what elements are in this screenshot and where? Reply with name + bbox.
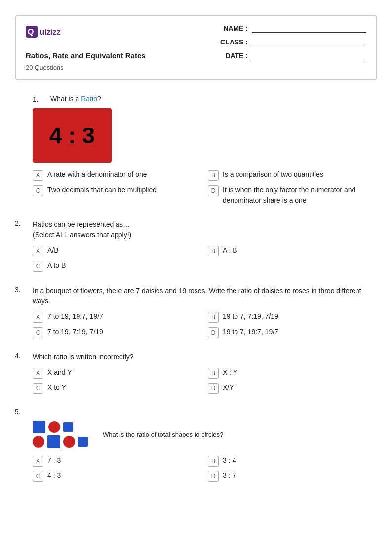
header-left: Q uizizz Ratios, Rate and Equivalent Rat… [26,24,146,71]
q5-answers: A 7 : 3 B 3 : 4 C 4 : 3 D 3 : 7 [33,455,377,482]
q1-letter-b: B [208,170,219,181]
q2-text-a: A/B [47,245,59,256]
q5-letter-b: B [208,456,219,467]
q5-letter-c: C [33,471,43,482]
shape-square-4 [78,437,88,447]
q3-text-a: 7 to 19, 19:7, 19/7 [47,311,103,322]
q3-answer-d: D 19 to 7, 19:7, 19/7 [208,327,377,338]
q4-text-c: X to Y [47,383,66,393]
q1-answer-b: B Is a comparison of two quantities [208,170,377,181]
header-box: Q uizizz Ratios, Rate and Equivalent Rat… [15,15,377,80]
q1-answer-c: C Two decimals that can be multiplied [33,185,202,206]
q2-letter-b: B [208,246,219,256]
q2-letter-c: C [33,261,43,272]
q3-letter-b: B [208,312,219,323]
q1-image-area: 1. What is a Ratio? 4 : 3 [33,94,377,163]
q1-text-suffix: ? [97,95,101,103]
q2-answer-a: A A/B [33,245,202,256]
shape-circle-3 [63,436,75,448]
q5-text-d: 3 : 7 [223,470,236,481]
q3-letter-a: A [33,312,43,323]
q1-letter-d: D [208,185,219,196]
q1-letter-c: C [33,185,43,196]
question-5: 5. What is the ratio of total shapes to … [15,408,377,482]
date-field-row: DATE : [218,51,366,60]
shape-square-1 [33,421,45,433]
q1-answer-d: D It is when the only factor the numerat… [208,185,377,206]
q4-text: Which ratio is written incorrectly? [33,352,134,362]
q1-text: What is a Ratio? [50,94,101,104]
q2-answer-c: C A to B [33,260,202,272]
q2-text-b: A : B [223,245,237,256]
q4-answer-b: B X : Y [208,367,377,379]
q1-text-d: It is when the only factor the numerator… [223,185,377,206]
svg-text:uizizz: uizizz [39,27,61,37]
question-4: 4. Which ratio is written incorrectly? A… [15,352,377,394]
q5-text-b: 3 : 4 [223,455,236,466]
q2-text-c: A to B [47,260,66,271]
q1-number: 1. [33,95,44,103]
q4-text-b: X : Y [223,367,237,378]
q1-text-b: Is a comparison of two quantities [223,170,323,180]
q4-number: 4. [15,352,27,360]
q5-answer-a: A 7 : 3 [33,455,202,467]
q2-answers: A A/B B A : B C A to B [33,245,377,272]
question-3: 3. In a bouquet of flowers, there are 7 … [15,286,377,338]
shape-square-3 [47,435,60,448]
q2-letter-a: A [33,246,43,256]
class-label: CLASS : [218,38,248,46]
header-right: NAME : CLASS : DATE : [218,24,366,60]
q3-text-d: 19 to 7, 19:7, 19/7 [223,327,278,337]
q4-header: 4. Which ratio is written incorrectly? [15,352,377,362]
q5-shapes-row2 [33,435,88,448]
q4-letter-c: C [33,383,43,394]
question-2: 2. Ratios can be represented as…(Select … [15,219,377,272]
logo: Q uizizz [26,24,146,43]
name-field-row: NAME : [218,24,366,33]
worksheet-subtitle: 20 Questions [26,64,146,71]
q5-answer-c: C 4 : 3 [33,470,202,482]
question-1: 1. What is a Ratio? 4 : 3 A A rate with … [15,94,377,206]
page: Q uizizz Ratios, Rate and Equivalent Rat… [0,0,392,555]
q3-letter-c: C [33,327,43,338]
q3-answers: A 7 to 19, 19:7, 19/7 B 19 to 7, 7:19, 7… [33,311,377,338]
q3-answer-c: C 7 to 19, 7:19, 7/19 [33,327,202,338]
q4-answers: A X and Y B X : Y C X to Y D X/Y [33,367,377,394]
date-label: DATE : [218,52,248,60]
q5-number: 5. [15,408,27,416]
ratio-image: 4 : 3 [33,108,112,163]
shape-circle-2 [33,436,44,448]
q5-header: 5. [15,408,377,416]
q4-letter-a: A [33,368,43,379]
q4-answer-c: C X to Y [33,383,202,394]
class-line [252,38,366,46]
q1-text-c: Two decimals that can be multiplied [47,185,157,195]
q4-answer-d: D X/Y [208,383,377,394]
q5-answer-b: B 3 : 4 [208,455,377,467]
name-label: NAME : [218,24,248,32]
q3-answer-a: A 7 to 19, 19:7, 19/7 [33,311,202,323]
name-line [252,24,366,33]
q3-number: 3. [15,286,27,294]
q3-answer-b: B 19 to 7, 7:19, 7/19 [208,311,377,323]
q5-shapes-row1 [33,421,88,433]
q4-text-a: X and Y [47,367,72,378]
shape-square-2 [63,422,73,432]
q1-highlight: Ratio [81,95,97,103]
q4-answer-a: A X and Y [33,367,202,379]
svg-text:Q: Q [28,28,34,36]
q2-number: 2. [15,219,27,227]
q5-text: What is the ratio of total shapes to cir… [103,431,223,438]
date-line [252,51,366,60]
q3-text-c: 7 to 19, 7:19, 7/19 [47,327,103,337]
q4-letter-d: D [208,383,219,394]
q5-letter-d: D [208,471,219,482]
q5-text-a: 7 : 3 [47,455,61,466]
q3-header: 3. In a bouquet of flowers, there are 7 … [15,286,377,306]
q5-shapes-container [33,421,88,448]
q2-header: 2. Ratios can be represented as…(Select … [15,219,377,240]
q1-text-prefix: What is a [50,95,81,103]
q5-text-c: 4 : 3 [47,470,61,481]
q3-text: In a bouquet of flowers, there are 7 dai… [33,286,377,306]
q3-text-b: 19 to 7, 7:19, 7/19 [223,311,278,322]
